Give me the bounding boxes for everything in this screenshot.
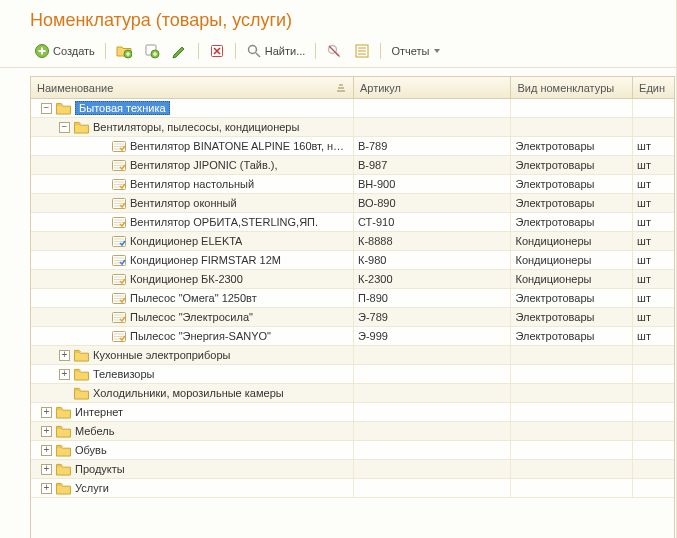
separator (315, 43, 316, 59)
column-label: Един (639, 82, 665, 94)
find-button[interactable]: Найти... (242, 41, 310, 61)
cell-kind (511, 441, 633, 459)
table-row[interactable]: −Бытовая техника (31, 99, 674, 118)
create-button[interactable]: Создать (30, 41, 99, 61)
table-row[interactable]: +Кухонные электроприборы (31, 346, 674, 365)
table-row[interactable]: +Телевизоры (31, 365, 674, 384)
cell-name: Кондиционер FIRMSTAR 12M (31, 251, 354, 269)
folder-icon (56, 425, 71, 438)
tree-expander[interactable]: + (41, 483, 52, 494)
folder-icon (74, 349, 89, 362)
item-icon (112, 331, 126, 342)
cell-unit: шт (633, 175, 674, 193)
grid-header: Наименование Артикул Вид номенклатуры Ед… (31, 77, 674, 99)
row-label: Интернет (75, 406, 123, 418)
row-label: Услуги (75, 482, 109, 494)
tree-expander[interactable]: + (41, 407, 52, 418)
cell-unit (633, 479, 674, 497)
edit-button[interactable] (168, 41, 192, 61)
item-icon (112, 160, 126, 171)
table-row[interactable]: Пылесос "Омега" 1250втП-890Электротовары… (31, 289, 674, 308)
folder-icon (56, 463, 71, 476)
kind-value: Электротовары (515, 216, 594, 228)
folder-icon (74, 387, 89, 400)
column-header-name[interactable]: Наименование (31, 77, 354, 98)
search-clear-icon (326, 43, 342, 59)
unit-value: шт (637, 216, 651, 228)
table-row[interactable]: Кондиционер ELEKTAК-8888Кондиционерышт (31, 232, 674, 251)
item-icon (112, 274, 126, 285)
unit-value: шт (637, 159, 651, 171)
kind-value: Электротовары (515, 178, 594, 190)
cell-article: К-8888 (354, 232, 512, 250)
article-value: В-987 (358, 159, 387, 171)
table-row[interactable]: Холодильники, морозильные камеры (31, 384, 674, 403)
row-label: Пылесос "Энергия-SANYO" (130, 330, 271, 342)
kind-value: Электротовары (515, 159, 594, 171)
table-row[interactable]: Вентилятор ОРБИТА,STERLING,ЯП.СТ-910Элек… (31, 213, 674, 232)
article-value: К-2300 (358, 273, 393, 285)
table-row[interactable]: −Вентиляторы, пылесосы, кондиционеры (31, 118, 674, 137)
list-button[interactable] (350, 41, 374, 61)
tree-expander[interactable]: + (59, 350, 70, 361)
cell-article: К-2300 (354, 270, 512, 288)
cell-kind: Электротовары (511, 289, 633, 307)
table-row[interactable]: Вентилятор оконныйВО-890Электротоварышт (31, 194, 674, 213)
table-row[interactable]: +Обувь (31, 441, 674, 460)
plus-circle-icon (34, 43, 50, 59)
grid-body: −Бытовая техника−Вентиляторы, пылесосы, … (31, 99, 674, 538)
table-row[interactable]: Вентилятор JIPONIC (Тайв.),В-987Электрот… (31, 156, 674, 175)
table-row[interactable]: Пылесос "Энергия-SANYO"Э-999Электротовар… (31, 327, 674, 346)
cell-unit (633, 441, 674, 459)
pencil-icon (172, 43, 188, 59)
delete-button[interactable] (205, 41, 229, 61)
article-value: К-980 (358, 254, 386, 266)
add-item-button[interactable] (140, 41, 164, 61)
tree-expander[interactable]: + (41, 464, 52, 475)
table-row[interactable]: Вентилятор BINATONE ALPINE 160вт, наполь… (31, 137, 674, 156)
column-header-article[interactable]: Артикул (354, 77, 512, 98)
row-label: Кондиционер БК-2300 (130, 273, 243, 285)
cell-article (354, 479, 512, 497)
table-row[interactable]: +Услуги (31, 479, 674, 498)
column-header-kind[interactable]: Вид номенклатуры (511, 77, 633, 98)
kind-value: Электротовары (515, 330, 594, 342)
column-header-unit[interactable]: Един (633, 77, 674, 98)
cell-kind: Электротовары (511, 213, 633, 231)
table-row[interactable]: Вентилятор настольныйВН-900Электротовары… (31, 175, 674, 194)
cell-kind (511, 365, 633, 383)
kind-value: Электротовары (515, 311, 594, 323)
tree-expander[interactable]: − (41, 103, 52, 114)
tree-expander[interactable]: − (59, 122, 70, 133)
cell-name: Вентилятор ОРБИТА,STERLING,ЯП. (31, 213, 354, 231)
add-item-icon (144, 43, 160, 59)
cell-name: +Продукты (31, 460, 354, 478)
folder-icon (74, 368, 89, 381)
folder-icon (56, 102, 71, 115)
row-label: Пылесос "Омега" 1250вт (130, 292, 257, 304)
tree-expander[interactable]: + (41, 445, 52, 456)
table-row[interactable]: +Продукты (31, 460, 674, 479)
row-label: Холодильники, морозильные камеры (93, 387, 284, 399)
table-row[interactable]: Кондиционер БК-2300К-2300Кондиционерышт (31, 270, 674, 289)
clear-search-button[interactable] (322, 41, 346, 61)
cell-article: Э-789 (354, 308, 512, 326)
kind-value: Кондиционеры (515, 235, 591, 247)
cell-name: +Кухонные электроприборы (31, 346, 354, 364)
tree-expander[interactable]: + (41, 426, 52, 437)
tree-expander[interactable]: + (59, 369, 70, 380)
cell-name: Холодильники, морозильные камеры (31, 384, 354, 402)
unit-value: шт (637, 311, 651, 323)
kind-value: Электротовары (515, 292, 594, 304)
table-row[interactable]: Пылесос "Электросила"Э-789Электротоварыш… (31, 308, 674, 327)
cell-unit: шт (633, 308, 674, 326)
cell-unit (633, 403, 674, 421)
table-row[interactable]: +Интернет (31, 403, 674, 422)
separator (198, 43, 199, 59)
table-row[interactable]: Кондиционер FIRMSTAR 12MК-980Кондиционер… (31, 251, 674, 270)
cell-article (354, 346, 512, 364)
cell-name: Вентилятор JIPONIC (Тайв.), (31, 156, 354, 174)
table-row[interactable]: +Мебель (31, 422, 674, 441)
reports-button[interactable]: Отчеты (387, 43, 444, 59)
add-folder-button[interactable] (112, 41, 136, 61)
